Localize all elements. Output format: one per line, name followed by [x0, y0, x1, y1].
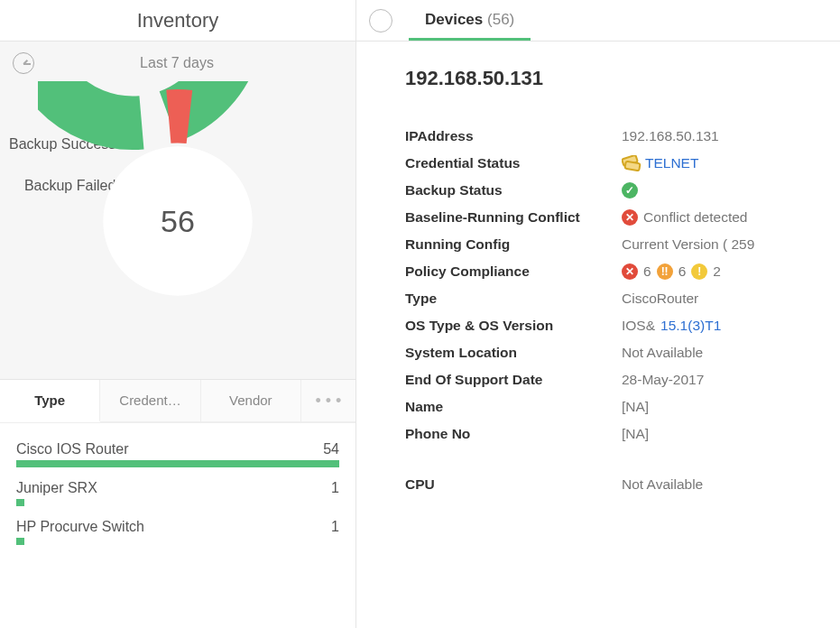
type-label: HP Procurve Switch [16, 519, 144, 535]
period-label[interactable]: Last 7 days [34, 55, 319, 71]
policy-yellow-count: 2 [713, 263, 721, 280]
type-tabs: Type Credent… Vendor • • • [0, 379, 355, 422]
kv-key: End Of Support Date [405, 372, 622, 388]
bar-fill [16, 499, 24, 506]
error-icon: ✕ [622, 263, 638, 280]
conflict-text: Conflict detected [643, 209, 747, 226]
bar-fill [16, 460, 339, 467]
credential-link[interactable]: TELNET [645, 155, 698, 171]
kv-value[interactable]: Current Version ( 259 [622, 236, 840, 253]
kv-key: Policy Compliance [405, 263, 622, 280]
type-count: 1 [331, 519, 339, 535]
list-item[interactable]: Cisco IOS Router 54 [16, 441, 339, 467]
os-prefix: IOS& [622, 318, 655, 334]
type-count: 1 [331, 480, 339, 496]
kv-value: Not Available [622, 345, 840, 361]
select-all-checkbox[interactable] [369, 9, 392, 32]
error-icon: ✕ [622, 209, 638, 226]
kv-value: [NA] [622, 399, 840, 415]
donut-total: 56 [38, 81, 318, 361]
list-item[interactable]: Juniper SRX 1 [16, 480, 339, 506]
kv-key: IPAddress [405, 128, 622, 144]
tab-type[interactable]: Type [0, 380, 100, 422]
kv-key: Backup Status [405, 182, 622, 199]
inventory-title: Inventory [0, 0, 355, 42]
list-item[interactable]: HP Procurve Switch 1 [16, 519, 339, 545]
kv-value: IOS& 15.1(3)T1 [622, 318, 840, 334]
kv-key: OS Type & OS Version [405, 318, 622, 334]
tab-devices[interactable]: Devices (56) [409, 0, 531, 41]
donut-chart[interactable]: 56 [38, 81, 318, 361]
type-label: Cisco IOS Router [16, 441, 128, 457]
tab-more-icon[interactable]: • • • [301, 380, 355, 422]
detail-title: 192.168.50.131 [405, 67, 840, 90]
kv-key: Running Config [405, 236, 622, 253]
kv-value: 192.168.50.131 [622, 128, 840, 144]
kv-key: Baseline-Running Conflict [405, 209, 622, 226]
devices-label: Devices [425, 11, 483, 28]
kv-value: [NA] [622, 426, 840, 442]
device-detail: 192.168.50.131 IPAddress 192.168.50.131 … [356, 42, 840, 513]
type-list: Cisco IOS Router 54 Juniper SRX 1 HP Pro… [0, 422, 355, 565]
kv-key: System Location [405, 345, 622, 361]
clock-icon [13, 52, 34, 74]
kv-key: Type [405, 291, 622, 307]
kv-value: TELNET [622, 155, 840, 171]
donut-panel: Last 7 days Backup Success Backup Failed… [0, 42, 355, 379]
kv-value: ✓ [622, 182, 840, 199]
devices-tab-row: Devices (56) [356, 0, 840, 42]
kv-key: Credential Status [405, 155, 622, 171]
caution-icon: ! [691, 263, 707, 280]
policy-orange-count: 6 [678, 263, 687, 280]
type-count: 54 [323, 441, 339, 457]
kv-value: 28-May-2017 [622, 372, 840, 388]
kv-value: ✕ 6 !! 6 ! 2 [622, 263, 840, 280]
os-version-link[interactable]: 15.1(3)T1 [660, 318, 721, 334]
tab-credentials[interactable]: Credent… [100, 380, 200, 422]
type-label: Juniper SRX [16, 480, 97, 496]
kv-key: CPU [405, 476, 622, 493]
devices-count: (56) [487, 11, 514, 28]
kv-value: ✕ Conflict detected [622, 209, 840, 226]
tab-vendor[interactable]: Vendor [201, 380, 301, 422]
kv-key: Phone No [405, 426, 622, 442]
kv-value: Not Available [622, 476, 840, 493]
bar-fill [16, 538, 24, 545]
kv-key: Name [405, 399, 622, 415]
policy-red-count: 6 [643, 263, 651, 280]
check-icon: ✓ [622, 182, 638, 199]
keys-icon [622, 156, 640, 171]
kv-value: CiscoRouter [622, 291, 840, 307]
warning-icon: !! [657, 263, 673, 280]
